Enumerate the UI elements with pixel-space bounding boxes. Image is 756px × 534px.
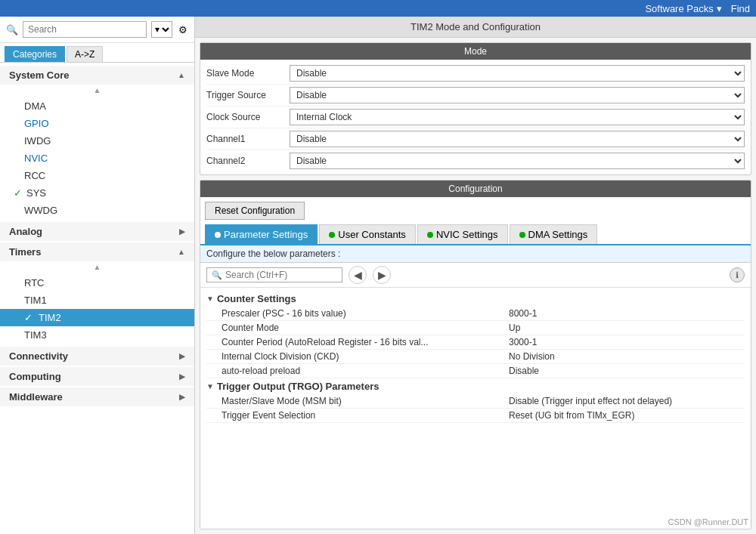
params-content: ▼ Counter Settings Prescaler (PSC - 16 b… [200, 288, 751, 529]
mode-row-channel1: Channel1 Disable [206, 128, 745, 150]
param-row-msm: Master/Slave Mode (MSM bit) Disable (Tri… [206, 394, 745, 409]
system-core-items: DMA GPIO IWDG NVIC RCC SYS [0, 96, 194, 221]
reset-config-button[interactable]: Reset Configuration [205, 202, 305, 220]
param-search-input[interactable] [225, 270, 331, 280]
section-header-system-core[interactable]: System Core ▲ [0, 66, 194, 85]
sidebar-item-wwdg[interactable]: WWDG [0, 202, 194, 219]
tab-user-constants[interactable]: User Constants [319, 224, 416, 244]
mode-label-trigger: Trigger Source [206, 90, 290, 100]
prev-nav-button[interactable]: ◀ [349, 266, 367, 284]
main-layout: 🔍 ▾ ⚙ Categories A->Z System Core ▲ ▲ [0, 17, 756, 534]
section-header-middleware[interactable]: Middleware ▶ [0, 387, 194, 406]
collapse-trgo-icon: ▼ [206, 382, 214, 390]
next-nav-button[interactable]: ▶ [373, 266, 391, 284]
tab-categories[interactable]: Categories [5, 46, 65, 62]
info-button[interactable]: ℹ [730, 267, 745, 282]
mode-select-channel2[interactable]: Disable [290, 153, 745, 169]
sidebar-search-select[interactable]: ▾ [151, 21, 172, 38]
param-name-counter-period: Counter Period (AutoReload Register - 16… [222, 337, 509, 347]
section-header-computing[interactable]: Computing ▶ [0, 367, 194, 386]
mode-section: Mode Slave Mode Disable Trigger Source D… [200, 42, 751, 175]
tab-dot-nvic [427, 232, 433, 238]
scroll-up-btn[interactable]: ▲ [0, 85, 194, 96]
mode-row-trigger: Trigger Source Disable [206, 85, 745, 106]
section-label-middleware: Middleware [9, 391, 63, 403]
sidebar-item-sys[interactable]: SYS [0, 184, 194, 202]
param-group-counter[interactable]: ▼ Counter Settings [206, 291, 745, 307]
mode-row-clock: Clock Source Internal Clock [206, 106, 745, 128]
section-label-timers: Timers [9, 246, 41, 258]
sidebar-item-rcc[interactable]: RCC [0, 167, 194, 184]
mode-row-slave: Slave Mode Disable [206, 63, 745, 85]
sidebar-item-dma[interactable]: DMA [0, 97, 194, 115]
content-title: TIM2 Mode and Configuration [195, 17, 756, 38]
param-group-counter-label: Counter Settings [217, 293, 296, 304]
section-header-timers[interactable]: Timers ▲ [0, 242, 194, 261]
sidebar: 🔍 ▾ ⚙ Categories A->Z System Core ▲ ▲ [0, 17, 195, 534]
sidebar-content: System Core ▲ ▲ DMA GPIO IWDG NVIC [0, 63, 194, 534]
param-value-autoreload: Disable [509, 366, 745, 376]
section-timers: Timers ▲ ▲ RTC TIM1 ✓ TIM2 [0, 242, 194, 345]
tab-dot-user [329, 232, 335, 238]
section-label-system-core: System Core [9, 69, 69, 81]
param-name-trigger-event: Trigger Event Selection [222, 410, 509, 421]
sidebar-tabs: Categories A->Z [0, 43, 194, 63]
mode-row-channel2: Channel2 Disable [206, 150, 745, 171]
section-header-connectivity[interactable]: Connectivity ▶ [0, 347, 194, 366]
collapse-counter-icon: ▼ [206, 295, 214, 303]
section-system-core: System Core ▲ ▲ DMA GPIO IWDG NVIC [0, 66, 194, 221]
sidebar-item-tim3[interactable]: TIM3 [0, 326, 194, 344]
chevron-down-icon: ▾ [717, 3, 722, 14]
mode-select-channel1[interactable]: Disable [290, 131, 745, 147]
sidebar-item-nvic[interactable]: NVIC [0, 150, 194, 167]
param-name-ckd: Internal Clock Division (CKD) [222, 351, 509, 362]
param-name-prescaler: Prescaler (PSC - 16 bits value) [222, 308, 509, 319]
mode-select-clock[interactable]: Internal Clock [290, 109, 745, 125]
section-analog: Analog ▶ [0, 222, 194, 241]
expand-icon-computing: ▶ [179, 372, 185, 381]
sidebar-item-tim1[interactable]: TIM1 [0, 292, 194, 309]
config-section-label: Configuration [200, 181, 751, 197]
mode-rows: Slave Mode Disable Trigger Source Disabl… [200, 60, 751, 174]
find-btn[interactable]: Find [731, 3, 750, 14]
config-section: Configuration Reset Configuration Parame… [200, 180, 751, 529]
tab-label-dma: DMA Settings [528, 229, 588, 240]
scroll-up-timers-btn[interactable]: ▲ [0, 261, 194, 273]
tab-parameter-settings[interactable]: Parameter Settings [205, 224, 318, 244]
sidebar-item-gpio[interactable]: GPIO [0, 115, 194, 132]
tab-dma-settings[interactable]: DMA Settings [510, 224, 598, 244]
param-toolbar: 🔍 ◀ ▶ ℹ [200, 263, 751, 288]
param-group-trgo[interactable]: ▼ Trigger Output (TRGO) Parameters [206, 378, 745, 394]
param-value-prescaler: 8000-1 [509, 308, 745, 319]
timers-items: RTC TIM1 ✓ TIM2 TIM3 [0, 273, 194, 345]
tab-label-user: User Constants [338, 229, 406, 240]
mode-label-channel1: Channel1 [206, 134, 290, 144]
param-value-msm: Disable (Trigger input effect not delaye… [509, 396, 745, 406]
top-bar: Software Packs ▾ Find [0, 0, 756, 17]
mode-select-trigger[interactable]: Disable [290, 87, 745, 103]
tab-dot-parameter [215, 232, 221, 238]
sidebar-item-rtc[interactable]: RTC [0, 274, 194, 292]
sidebar-item-iwdg[interactable]: IWDG [0, 132, 194, 150]
mode-select-slave[interactable]: Disable [290, 65, 745, 82]
tab-nvic-settings[interactable]: NVIC Settings [417, 224, 508, 244]
section-header-analog[interactable]: Analog ▶ [0, 222, 194, 241]
software-packs-btn[interactable]: Software Packs ▾ [645, 3, 721, 14]
mode-label-clock: Clock Source [206, 112, 290, 122]
config-hint: Configure the below parameters : [200, 245, 751, 263]
tab-label-nvic: NVIC Settings [436, 229, 498, 240]
section-label-analog: Analog [9, 226, 42, 237]
search-icon: 🔍 [6, 24, 18, 35]
section-middleware: Middleware ▶ [0, 387, 194, 406]
tab-az[interactable]: A->Z [67, 46, 103, 62]
param-search-icon: 🔍 [212, 270, 222, 280]
expand-icon-middleware: ▶ [179, 393, 185, 401]
sidebar-item-tim2[interactable]: ✓ TIM2 [0, 309, 194, 326]
section-label-connectivity: Connectivity [9, 350, 68, 362]
gear-icon[interactable]: ⚙ [177, 23, 188, 36]
param-value-ckd: No Division [509, 351, 745, 362]
software-packs-label: Software Packs [645, 3, 713, 14]
expand-icon-connectivity: ▶ [179, 352, 185, 360]
sidebar-search-input[interactable] [23, 21, 147, 38]
param-row-prescaler: Prescaler (PSC - 16 bits value) 8000-1 [206, 307, 745, 321]
